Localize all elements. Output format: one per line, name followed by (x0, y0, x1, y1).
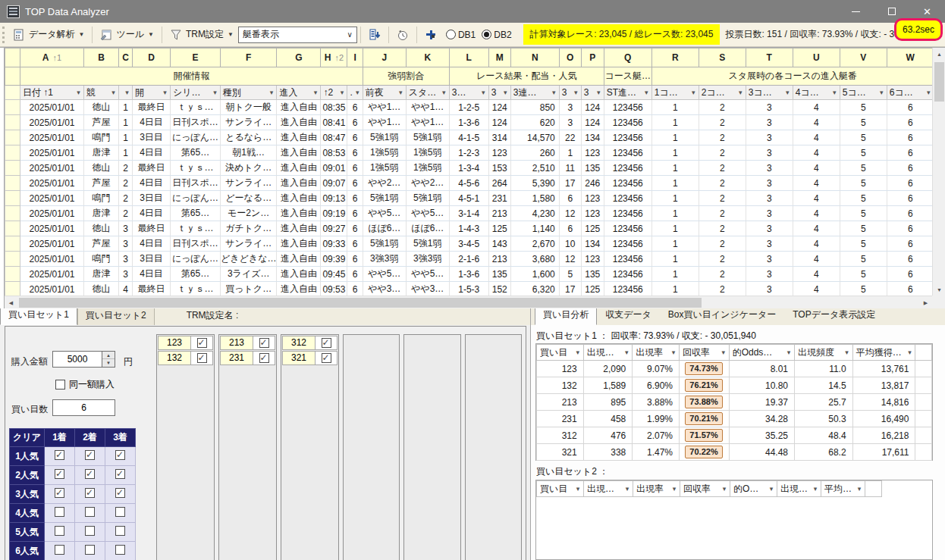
grid-cell[interactable]: 唐津 (84, 145, 119, 161)
analysis-cell[interactable]: 123 (537, 361, 584, 377)
grid-cell[interactable]: 最終日 (133, 221, 171, 236)
grid-cell[interactable]: 1強5弱 (363, 145, 406, 161)
column-letter-A[interactable]: A↑1 (20, 48, 84, 67)
grid-cell[interactable]: 3 (119, 267, 133, 282)
grid-cell[interactable]: 6 (887, 100, 934, 115)
header-dropdown-icon[interactable]: ▾ (854, 485, 865, 493)
grid-cell[interactable]: 3 (119, 252, 133, 267)
grid-cell[interactable]: 進入自由 (277, 145, 321, 161)
analysis-cell[interactable]: 16,490 (852, 411, 915, 427)
grid-cell[interactable]: 4日目 (133, 236, 171, 252)
unchecked-checkbox-icon[interactable] (55, 526, 64, 536)
grid-cell[interactable]: 6 (887, 206, 934, 221)
grid-cell[interactable]: 4 (793, 145, 840, 161)
row-header[interactable] (5, 252, 20, 267)
filter-dropdown-icon[interactable]: ▾ (571, 89, 581, 96)
grid-cell[interactable]: 4,230 (510, 206, 559, 221)
grid-cell[interactable]: 4 (793, 115, 840, 130)
grid-cell[interactable]: 2025/01/01 (20, 161, 84, 176)
grid-cell[interactable]: 3,680 (510, 252, 559, 267)
analysis-cell[interactable]: 1.99% (633, 411, 680, 427)
column-letter-D[interactable]: D (133, 48, 171, 67)
grid-cell[interactable]: 4 (793, 267, 840, 282)
filter-header[interactable]: 進入▾ (277, 86, 321, 100)
grid-cell[interactable]: 6 (887, 161, 934, 176)
grid-cell[interactable]: どきどきな… (221, 252, 277, 267)
grid-cell[interactable]: 2 (119, 191, 133, 206)
grid-cell[interactable]: 123 (581, 145, 604, 161)
grid-cell[interactable]: 買っトク… (221, 282, 277, 297)
filter-dropdown-icon[interactable]: ▾ (74, 89, 83, 96)
filter-header[interactable]: ↑2▾ (321, 86, 347, 100)
filter-header[interactable]: ▾ (119, 86, 133, 100)
grid-cell[interactable]: やや3… (406, 282, 449, 297)
analysis-column-header[interactable]: 回収率▾ (680, 481, 730, 497)
export-button[interactable] (364, 26, 385, 44)
bet-count-input[interactable]: 6 (52, 399, 115, 416)
analysis-cell[interactable]: 312 (537, 427, 584, 444)
grid-cell[interactable]: 2 (699, 221, 746, 236)
grid-cell[interactable]: 3 (559, 115, 581, 130)
analysis-cell[interactable]: 17,611 (852, 444, 915, 461)
bet-list-panel[interactable]: 123132 (156, 334, 215, 560)
grid-cell[interactable]: 08:47 (321, 130, 347, 145)
filter-dropdown-icon[interactable]: ▾ (501, 89, 510, 96)
analysis-cell[interactable]: 2.07% (633, 427, 680, 444)
grid-cell[interactable]: 14,570 (510, 130, 559, 145)
grid-cell[interactable]: 135 (488, 267, 510, 282)
grid-cell[interactable]: 08:53 (321, 145, 347, 161)
analysis-column-header[interactable]: 的Odds…▾ (729, 345, 794, 361)
header-dropdown-icon[interactable]: ▾ (719, 485, 730, 493)
grid-cell[interactable]: 6 (559, 221, 581, 236)
matrix-cell[interactable] (105, 504, 136, 523)
row-header[interactable] (5, 115, 20, 130)
grid-cell[interactable]: 6 (347, 221, 363, 236)
grid-cell[interactable]: 2025/01/01 (20, 145, 84, 161)
checked-checkbox-icon[interactable] (85, 450, 95, 460)
grid-cell[interactable]: 5 (840, 267, 887, 282)
popularity-label[interactable]: 1人気 (10, 447, 45, 466)
matrix-cell[interactable] (75, 485, 105, 504)
header-dropdown-icon[interactable]: ▾ (573, 349, 583, 356)
grid-cell[interactable]: 4日目 (133, 115, 171, 130)
analysis-cell[interactable]: 1.47% (633, 444, 680, 461)
filter-header[interactable]: .▾ (347, 86, 363, 100)
filter-dropdown-icon[interactable]: ▾ (689, 89, 699, 96)
row-header[interactable] (5, 221, 20, 236)
display-mode-combobox[interactable]: 艇番表示 ∨ (238, 27, 357, 43)
grid-cell[interactable]: ほぼ6… (406, 221, 449, 236)
grid-cell[interactable]: 進入自由 (277, 206, 321, 221)
grid-cell[interactable]: 123456 (604, 100, 651, 115)
grid-cell[interactable]: 3 (746, 191, 793, 206)
popularity-label[interactable]: 6人気 (10, 542, 45, 560)
grid-cell[interactable]: 3-1-4 (449, 206, 488, 221)
grid-cell[interactable]: やや2… (406, 176, 449, 191)
header-dropdown-icon[interactable]: ▾ (669, 485, 680, 493)
grid-cell[interactable]: やや1… (363, 100, 406, 115)
analysis-column-header[interactable]: 出現率▾ (633, 345, 680, 361)
analysis-column-header[interactable]: 的O…▾ (730, 481, 777, 497)
grid-cell[interactable]: 6 (347, 282, 363, 297)
grid-cell[interactable]: 芦屋 (84, 176, 119, 191)
analysis-column-header[interactable]: 平均…▾ (821, 481, 865, 497)
grid-cell[interactable]: 1,580 (510, 191, 559, 206)
grid-cell[interactable]: 124 (488, 115, 510, 130)
grid-cell[interactable]: 6 (887, 145, 934, 161)
column-letter-W[interactable]: W (887, 48, 934, 67)
grid-cell[interactable]: 決めトク… (221, 161, 277, 176)
grid-cell[interactable]: ｔｙｓ… (171, 100, 221, 115)
row-header[interactable] (5, 282, 20, 297)
unchecked-checkbox-icon[interactable] (115, 526, 125, 536)
grid-cell[interactable]: 2 (699, 176, 746, 191)
column-letter-Q[interactable]: Q (604, 48, 651, 67)
grid-cell[interactable]: 09:19 (321, 206, 347, 221)
grid-cell[interactable]: 5 (840, 145, 887, 161)
grid-cell[interactable]: 6 (347, 176, 363, 191)
grid-cell[interactable]: やや5… (363, 267, 406, 282)
grid-cell[interactable]: 6 (347, 130, 363, 145)
grid-cell[interactable]: 2 (699, 191, 746, 206)
analysis-cell[interactable]: 2,090 (583, 361, 633, 377)
matrix-cell[interactable] (105, 485, 136, 504)
grid-cell[interactable]: ガチトク… (221, 221, 277, 236)
grid-cell[interactable]: 1 (651, 176, 699, 191)
